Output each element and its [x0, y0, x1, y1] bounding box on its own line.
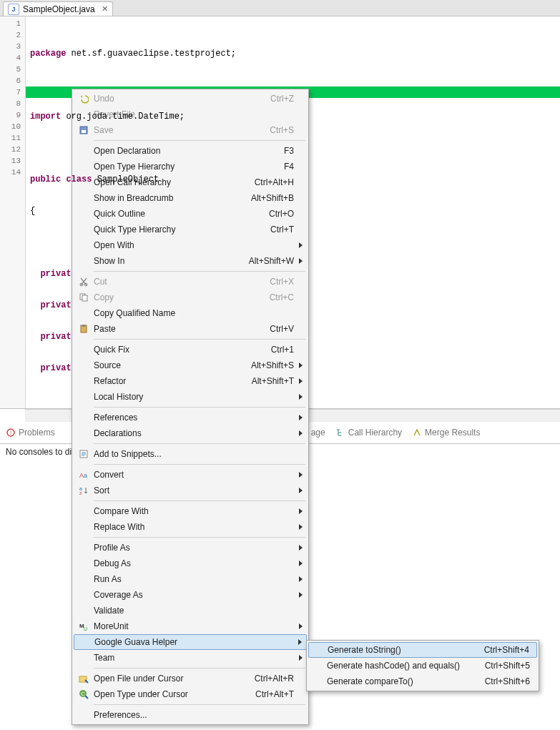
menu-item-label: Quick Type Hierarchy: [94, 225, 263, 235]
menu-item-label: Quick Fix: [94, 345, 264, 355]
menu-separator: [94, 500, 305, 501]
menu-item-run-as[interactable]: Run As: [74, 571, 307, 587]
close-icon[interactable]: ✕: [99, 4, 108, 14]
menu-item-label: Convert: [94, 470, 294, 480]
menu-item-quick-fix[interactable]: Quick FixCtrl+1: [74, 342, 307, 357]
menu-item-open-type-hierarchy[interactable]: Open Type HierarchyF4: [74, 159, 307, 174]
coverage-tab[interactable]: age: [311, 428, 325, 438]
menu-item-declarations[interactable]: Declarations: [74, 425, 307, 441]
svg-text:!: !: [10, 430, 11, 436]
submenu-arrow-icon: [299, 655, 303, 661]
coverage-label: age: [311, 428, 325, 438]
menu-item-shortcut: Alt+Shift+W: [242, 256, 294, 266]
menu-item-label: Show In: [94, 256, 242, 266]
menu-item-open-file-under-cursor[interactable]: Open File under CursorCtrl+Alt+R: [74, 671, 307, 686]
call-hierarchy-icon: [335, 428, 345, 438]
line-number: 6: [0, 75, 25, 87]
menu-item-debug-as[interactable]: Debug As: [74, 556, 307, 571]
menu-item-coverage-as[interactable]: Coverage As: [74, 587, 307, 603]
open-type-cursor-icon: C: [74, 689, 94, 699]
code-text: SampleObject: [92, 174, 159, 184]
menu-item-label: Preferences...: [94, 710, 294, 720]
keyword: privat: [30, 269, 72, 279]
svg-text:U: U: [84, 626, 87, 631]
guava-helper-submenu: Generate toString()Ctrl+Shift+4Generate …: [306, 640, 539, 691]
menu-separator: [94, 668, 305, 669]
menu-item-label: Compare With: [94, 506, 294, 516]
submenu-item-generate-compareto[interactable]: Generate compareTo()Ctrl+Shift+6: [308, 674, 537, 689]
merge-results-tab[interactable]: Merge Results: [412, 428, 480, 438]
keyword: privat: [30, 332, 72, 342]
menu-item-quick-type-hierarchy[interactable]: Quick Type HierarchyCtrl+T: [74, 222, 307, 237]
menu-separator: [94, 407, 305, 408]
submenu-arrow-icon: [299, 430, 303, 436]
submenu-item-label: Generate toString(): [328, 645, 477, 655]
menu-item-label: Declarations: [94, 428, 294, 438]
line-number: 1: [0, 18, 25, 29]
sort-icon: az: [74, 485, 94, 495]
menu-item-label: Open File under Cursor: [94, 674, 247, 684]
line-number: 10: [0, 121, 25, 132]
undo-icon: [74, 94, 94, 104]
menu-item-label: Validate: [94, 606, 294, 616]
code-text: org.joda.time.DateTime;: [61, 112, 185, 122]
menu-item-replace-with[interactable]: Replace With: [74, 519, 307, 535]
menu-item-compare-with[interactable]: Compare With: [74, 503, 307, 519]
menu-item-label: Add to Snippets...: [94, 449, 294, 459]
problems-tab[interactable]: ! Problems: [6, 428, 55, 438]
menu-item-label: Run As: [94, 574, 294, 584]
submenu-arrow-icon: [299, 623, 303, 629]
menu-item-label: Refactor: [94, 376, 245, 386]
menu-item-label: Debug As: [94, 558, 294, 568]
menu-item-label: Coverage As: [94, 590, 294, 600]
menu-item-show-in[interactable]: Show InAlt+Shift+W: [74, 253, 307, 269]
menu-item-preferences[interactable]: Preferences...: [74, 707, 307, 723]
submenu-arrow-icon: [299, 576, 303, 582]
submenu-item-generate-tostring[interactable]: Generate toString()Ctrl+Shift+4: [308, 642, 537, 658]
submenu-arrow-icon: [299, 524, 303, 530]
submenu-item-generate-hashcode-and-equals[interactable]: Generate hashCode() and equals()Ctrl+Shi…: [308, 658, 537, 674]
svg-rect-3: [82, 130, 86, 133]
submenu-arrow-icon: [299, 488, 303, 493]
menu-item-moreunit[interactable]: MUMoreUnit: [74, 618, 307, 634]
submenu-arrow-icon: [299, 508, 303, 514]
submenu-arrow-icon: [299, 415, 303, 420]
menu-item-label: Undo: [94, 94, 263, 104]
menu-item-save: SaveCtrl+S: [74, 122, 307, 138]
call-hierarchy-tab[interactable]: Call Hierarchy: [335, 428, 402, 438]
editor-tab-label: SampleObject.java: [23, 4, 95, 14]
line-number-gutter: 1234567891011121314: [0, 16, 26, 408]
keyword: privat: [30, 300, 72, 310]
editor-tab[interactable]: J SampleObject.java ✕: [3, 1, 113, 16]
keyword: public: [30, 174, 61, 184]
menu-item-validate[interactable]: Validate: [74, 603, 307, 618]
menu-item-label: Save: [94, 125, 262, 135]
submenu-item-shortcut: Ctrl+Shift+5: [478, 661, 530, 671]
menu-separator: [94, 537, 305, 538]
menu-item-undo: UndoCtrl+Z: [74, 91, 307, 107]
line-number: 9: [0, 109, 25, 121]
menu-item-refactor[interactable]: RefactorAlt+Shift+T: [74, 373, 307, 389]
keyword: privat: [30, 363, 72, 373]
code-text: net.sf.guavaeclipse.testproject;: [66, 49, 236, 59]
menu-item-profile-as[interactable]: Profile As: [74, 540, 307, 556]
menu-item-show-in-breadcrumb[interactable]: Show in BreadcrumbAlt+Shift+B: [74, 190, 307, 206]
line-number: 11: [0, 132, 25, 144]
menu-item-team[interactable]: Team: [74, 650, 307, 666]
menu-item-convert[interactable]: AaConvert: [74, 467, 307, 483]
submenu-arrow-icon: [299, 258, 303, 264]
menu-item-sort[interactable]: azSort: [74, 483, 307, 498]
menu-item-label: Sort: [94, 485, 294, 495]
menu-item-label: Open Type Hierarchy: [94, 162, 277, 172]
menu-item-google-guava-helper[interactable]: Google Guava Helper: [74, 634, 307, 650]
keyword: class: [61, 174, 92, 184]
java-file-icon: J: [8, 4, 19, 15]
menu-item-references[interactable]: References: [74, 410, 307, 425]
menu-item-add-to-snippets[interactable]: Add to Snippets...: [74, 446, 307, 462]
line-number: 3: [0, 41, 25, 52]
menu-item-label: MoreUnit: [94, 621, 294, 631]
line-number: 14: [0, 167, 25, 178]
menu-separator: [94, 443, 305, 444]
menu-item-shortcut: F4: [277, 162, 294, 172]
menu-item-open-type-under-cursor[interactable]: COpen Type under CursorCtrl+Alt+T: [74, 686, 307, 702]
